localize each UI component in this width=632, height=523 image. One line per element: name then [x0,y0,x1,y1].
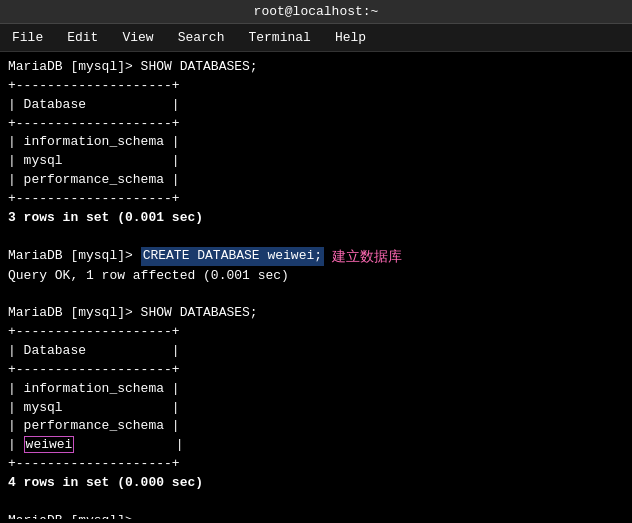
prompt-create: MariaDB [mysql]> [8,247,141,266]
line-db2: | Database | [8,342,624,361]
weiwei-text: weiwei [24,436,75,453]
line-6: | mysql | [8,152,624,171]
menu-bar: File Edit View Search Terminal Help [0,24,632,52]
line-10 [8,228,624,247]
line-info2: | information_schema | [8,380,624,399]
line-weiwei: | weiwei | [8,436,624,455]
line-4: +--------------------+ [8,115,624,134]
menu-file[interactable]: File [8,28,47,47]
line-blank3 [8,493,624,512]
line-blank2 [8,286,624,305]
line-perf2: | performance_schema | [8,417,624,436]
menu-edit[interactable]: Edit [63,28,102,47]
terminal-body: MariaDB [mysql]> SHOW DATABASES; +------… [0,52,632,519]
line-4rows: 4 rows in set (0.000 sec) [8,474,624,493]
line-5: | information_schema | [8,133,624,152]
line-7: | performance_schema | [8,171,624,190]
line-sep2a: +--------------------+ [8,323,624,342]
command-create-text: CREATE DATABASE weiwei; [141,247,324,266]
title-bar: root@localhost:~ [0,0,632,24]
line-sep2c: +--------------------+ [8,455,624,474]
annotation-create: 建立数据库 [332,246,402,266]
line-2: +--------------------+ [8,77,624,96]
line-8: +--------------------+ [8,190,624,209]
line-3: | Database | [8,96,624,115]
line-prompt-end[interactable]: MariaDB [mysql]> [8,512,624,519]
menu-terminal[interactable]: Terminal [244,28,314,47]
line-show2: MariaDB [mysql]> SHOW DATABASES; [8,304,624,323]
line-create: MariaDB [mysql]> CREATE DATABASE weiwei;… [8,246,624,266]
line-1: MariaDB [mysql]> SHOW DATABASES; [8,58,624,77]
line-mysql2: | mysql | [8,399,624,418]
line-sep2b: +--------------------+ [8,361,624,380]
line-query-ok: Query OK, 1 row affected (0.001 sec) [8,267,624,286]
menu-view[interactable]: View [118,28,157,47]
line-9: 3 rows in set (0.001 sec) [8,209,624,228]
menu-search[interactable]: Search [174,28,229,47]
title-text: root@localhost:~ [254,4,379,19]
menu-help[interactable]: Help [331,28,370,47]
